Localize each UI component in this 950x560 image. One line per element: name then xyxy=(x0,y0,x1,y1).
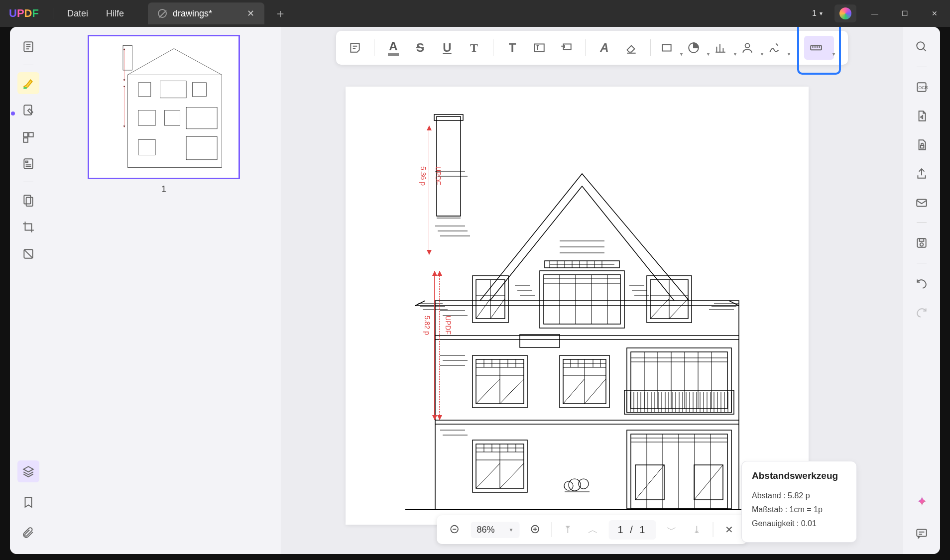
menu-help[interactable]: Hilfe xyxy=(97,8,133,19)
callout-button[interactable] xyxy=(554,36,578,60)
page-number-field[interactable]: 1 / 1 xyxy=(609,520,656,540)
svg-rect-6 xyxy=(26,161,28,163)
dropdown-caret-icon: ▼ xyxy=(509,527,514,533)
reader-mode-button[interactable] xyxy=(17,36,39,58)
thumbnail-page-1[interactable] xyxy=(88,35,240,179)
chevron-down-icon: ▾ xyxy=(820,10,823,17)
sticky-note-button[interactable] xyxy=(343,36,367,60)
comment-mode-button[interactable] xyxy=(17,72,39,94)
ai-flower-icon: ✦ xyxy=(916,493,928,510)
tab-title: drawings* xyxy=(173,8,212,19)
textbox-button[interactable] xyxy=(527,36,551,60)
zoom-level-dropdown[interactable]: 86% ▼ xyxy=(471,522,520,538)
tools-button[interactable] xyxy=(17,189,39,211)
svg-rect-33 xyxy=(544,275,620,324)
last-page-button[interactable]: ⤓ xyxy=(688,521,706,539)
undo-button[interactable] xyxy=(911,272,933,294)
measure-scale-row: Maßstab : 1cm = 1p xyxy=(752,505,846,514)
window-minimize-button[interactable]: — xyxy=(863,4,886,22)
measure-precision-row: Genauigkeit : 0.01 xyxy=(752,519,846,528)
window-close-button[interactable]: ✕ xyxy=(923,4,946,22)
menu-file[interactable]: Datei xyxy=(58,8,97,19)
window-maximize-button[interactable]: ☐ xyxy=(893,4,916,22)
file-export-icon xyxy=(915,110,928,122)
stamp-dropdown[interactable] xyxy=(712,36,735,60)
bookmark-button[interactable] xyxy=(17,491,39,513)
edit-mode-button[interactable] xyxy=(17,99,39,121)
highlight-button[interactable]: A xyxy=(381,36,405,60)
page-current: 1 xyxy=(618,524,625,535)
svg-rect-4 xyxy=(23,138,28,142)
tab-close-button[interactable]: ✕ xyxy=(247,8,254,19)
zoom-in-button[interactable] xyxy=(527,521,545,539)
next-page-button[interactable]: ﹀ xyxy=(663,521,681,539)
crop-button[interactable] xyxy=(17,216,39,238)
eraser-button[interactable] xyxy=(619,36,643,60)
svg-point-62 xyxy=(920,243,924,246)
measure-distance-label: Abstand : xyxy=(752,491,786,500)
document-tab[interactable]: drawings* ✕ xyxy=(148,2,264,24)
redo-button[interactable] xyxy=(911,301,933,323)
svg-rect-3 xyxy=(29,132,33,137)
prev-page-button[interactable]: ︿ xyxy=(584,521,602,539)
thumbnail-item[interactable]: 1 xyxy=(77,35,251,195)
strikethrough-button[interactable]: S xyxy=(408,36,432,60)
text-button[interactable]: T xyxy=(500,36,524,60)
svg-rect-25 xyxy=(811,46,822,50)
add-tab-button[interactable]: ＋ xyxy=(267,5,293,21)
form-mode-button[interactable] xyxy=(17,153,39,175)
undo-icon xyxy=(915,277,928,290)
email-button[interactable] xyxy=(911,192,933,214)
underline-button[interactable]: U xyxy=(435,36,459,60)
tab-document-icon xyxy=(158,9,167,18)
pdf-page[interactable]: 5.36 p UPDF 5.82 p UPDF xyxy=(346,87,809,525)
svg-rect-10 xyxy=(127,75,222,167)
measure-distance-value: 5.82 p xyxy=(788,491,810,500)
search-button[interactable] xyxy=(911,36,933,58)
squiggly-button[interactable]: T xyxy=(462,36,486,60)
crop-icon xyxy=(22,221,35,233)
measure-value-1: 5.36 p xyxy=(419,166,427,186)
sign-dropdown[interactable] xyxy=(765,36,789,60)
person-icon xyxy=(741,41,754,54)
canvas-area[interactable]: A S U T T A xyxy=(281,27,903,554)
save-button[interactable] xyxy=(911,232,933,254)
ocr-button[interactable]: OCR xyxy=(911,76,933,98)
signature-dropdown[interactable] xyxy=(738,36,762,60)
architectural-drawing xyxy=(346,87,809,525)
toolbar-separator xyxy=(374,39,374,56)
attachment-button[interactable] xyxy=(17,522,39,544)
pages-icon xyxy=(22,130,35,143)
sticky-note-icon xyxy=(349,41,361,54)
tools-icon xyxy=(22,194,35,207)
ai-chat-button[interactable]: ✦ xyxy=(911,490,933,512)
sidebar-divider xyxy=(23,182,33,182)
measure-precision-label: Genauigkeit : xyxy=(752,519,799,528)
edit-document-icon xyxy=(22,104,35,116)
shape-dropdown[interactable] xyxy=(658,36,682,60)
svg-rect-19 xyxy=(186,136,217,160)
highlighter-icon xyxy=(22,77,35,90)
toolbar-separator xyxy=(650,39,651,56)
measure-scale-label: Maßstab : xyxy=(752,505,787,514)
protect-button[interactable] xyxy=(911,134,933,156)
redact-button[interactable] xyxy=(17,243,39,265)
titlebar-page-indicator[interactable]: 1 ▾ xyxy=(807,9,828,18)
organize-mode-button[interactable] xyxy=(17,126,39,148)
zoom-out-button[interactable] xyxy=(446,521,464,539)
svg-rect-8 xyxy=(26,198,33,206)
comments-panel-button[interactable] xyxy=(911,522,933,544)
first-page-button[interactable]: ⤒ xyxy=(559,521,577,539)
share-button[interactable] xyxy=(911,163,933,185)
svg-rect-61 xyxy=(920,238,924,241)
measure-tooltip-title: Abstandswerkzeug xyxy=(752,470,846,481)
measure-tooltip: Abstandswerkzeug Abstand : 5.82 p Maßsta… xyxy=(742,461,856,542)
close-controls-button[interactable]: ✕ xyxy=(720,521,738,539)
ai-assistant-button[interactable] xyxy=(834,4,856,22)
sticker-dropdown[interactable] xyxy=(685,36,709,60)
measure-tool-button[interactable] xyxy=(804,36,834,60)
export-button[interactable] xyxy=(911,105,933,127)
layers-button[interactable] xyxy=(17,460,39,482)
measure-arrow-2[interactable] xyxy=(439,271,440,420)
pencil-button[interactable]: A xyxy=(593,36,616,60)
